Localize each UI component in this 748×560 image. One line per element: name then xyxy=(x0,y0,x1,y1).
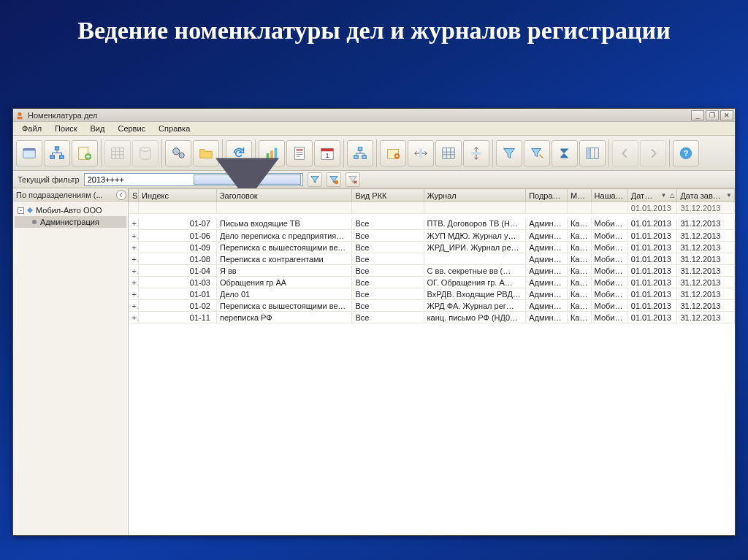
expand-icon[interactable]: + xyxy=(129,253,139,265)
menu-service[interactable]: Сервис xyxy=(112,123,151,134)
org-icon xyxy=(26,207,34,214)
menu-search[interactable]: Поиск xyxy=(49,123,83,134)
cell-our: Мобил… xyxy=(591,253,627,265)
table-row[interactable]: +01-08Переписка с контрагентамиВсеАдмини… xyxy=(129,253,735,265)
table-row[interactable]: +01-11переписка РФВсеканц. письмо РФ (НД… xyxy=(129,312,735,323)
cell-dept: Админист… xyxy=(526,265,568,277)
col-s[interactable]: S xyxy=(129,189,139,202)
toolbar: 1 ? xyxy=(13,136,735,171)
tool-calendar[interactable]: 1 xyxy=(314,140,340,166)
filter-settings-icon[interactable] xyxy=(327,172,341,187)
tool-columns[interactable] xyxy=(579,140,606,166)
tree-child-administration[interactable]: Администрация xyxy=(15,216,126,228)
col-index[interactable]: Индекс xyxy=(139,189,217,202)
tool-forward-disabled xyxy=(640,140,666,166)
cell-rkk: Все xyxy=(352,300,424,312)
filter-bar: Текущий фильтр 2013++++ xyxy=(13,171,735,188)
cell-dat: 01.01.2013 xyxy=(627,253,677,265)
tree-expander-icon[interactable]: - xyxy=(18,207,24,214)
col-journal[interactable]: Журнал xyxy=(424,189,526,202)
svg-rect-5 xyxy=(50,155,55,158)
svg-text:1: 1 xyxy=(325,151,329,158)
minimize-button[interactable]: _ xyxy=(691,110,704,120)
svg-rect-32 xyxy=(472,152,481,155)
tool-sum[interactable] xyxy=(552,140,578,166)
cell-me: Ка… xyxy=(567,230,591,242)
col-our[interactable]: Наша … xyxy=(591,189,627,202)
collapse-icon[interactable] xyxy=(116,190,126,200)
expand-icon[interactable]: + xyxy=(129,242,139,253)
tool-add[interactable] xyxy=(72,140,98,166)
dropdown-icon[interactable]: ▼ xyxy=(660,192,666,199)
menu-help[interactable]: Справка xyxy=(153,123,196,134)
tool-col-width[interactable] xyxy=(408,140,434,166)
cell-our: Мобил… xyxy=(591,312,627,323)
cell-journal: ВхРДВ. Входящие РВД… xyxy=(424,288,526,300)
tool-grid[interactable] xyxy=(435,140,462,166)
tool-find[interactable] xyxy=(165,140,191,166)
svg-rect-24 xyxy=(358,147,362,150)
close-button[interactable]: ✕ xyxy=(720,110,733,120)
data-grid[interactable]: S Индекс Заголовок Вид РКК Журнал Подраз… xyxy=(129,188,735,535)
svg-rect-34 xyxy=(587,147,591,158)
menu-file[interactable]: Файл xyxy=(16,123,47,134)
cell-journal: ЖРД_ИРИ. Журнал ре… xyxy=(424,242,526,253)
maximize-button[interactable]: ❐ xyxy=(706,110,719,120)
cell-me: Ка… xyxy=(567,288,591,300)
dept-icon xyxy=(31,218,38,226)
tool-settings[interactable] xyxy=(380,140,406,166)
cell-journal: ОГ. Обращения гр. А… xyxy=(424,277,526,288)
cell-our: Мобил… xyxy=(591,300,627,312)
tool-hierarchy[interactable] xyxy=(44,140,70,166)
cell-dept: Админист… xyxy=(526,242,568,253)
svg-point-37 xyxy=(335,180,338,183)
cell-journal: С вв. секретные вв (… xyxy=(424,265,526,277)
cell-end: 31.12.2013 xyxy=(677,265,735,277)
expand-icon[interactable]: + xyxy=(129,277,139,288)
expand-icon[interactable]: + xyxy=(129,265,139,277)
tool-filter-edit[interactable] xyxy=(524,140,550,166)
table-row[interactable]: +01-03Обращения гр ААВсеОГ. Обращения гр… xyxy=(129,277,735,288)
table-row[interactable]: +01-07Письма входящие ТВВсеПТВ. Договоро… xyxy=(129,218,735,230)
tree-root[interactable]: - Мобил-Авто ООО xyxy=(15,204,126,216)
cell-journal: канц. письмо РФ (НД0… xyxy=(424,312,526,323)
col-end[interactable]: Дата зав…▼ xyxy=(677,189,735,202)
titlebar[interactable]: Номенклатура дел _ ❐ ✕ xyxy=(13,109,735,122)
table-row[interactable]: +01-09Переписка с вышестоящими ведомс…Вс… xyxy=(129,242,735,253)
col-title[interactable]: Заголовок xyxy=(216,189,351,202)
dropdown-icon[interactable]: ▼ xyxy=(726,192,732,199)
table-row[interactable]: +01-01Дело 01ВсеВхРДВ. Входящие РВД…Адми… xyxy=(129,288,735,300)
cell-rkk: Все xyxy=(352,277,424,288)
tree: - Мобил-Авто ООО Администрация xyxy=(13,202,128,231)
col-dat[interactable]: Дат…△▼ xyxy=(627,189,677,202)
col-dept[interactable]: Подразде… xyxy=(526,189,568,202)
expand-icon[interactable]: + xyxy=(129,300,139,312)
expand-icon[interactable]: + xyxy=(129,218,139,230)
cell-dat: 01.01.2013 xyxy=(627,300,677,312)
filter-combo[interactable]: 2013++++ xyxy=(84,173,303,186)
tool-row-height[interactable] xyxy=(463,140,489,166)
expand-icon[interactable]: + xyxy=(129,288,139,300)
table-row[interactable]: +01-02Переписка с вышестоящими ведомс…Вс… xyxy=(129,300,735,312)
filter-clear-icon[interactable] xyxy=(346,172,360,187)
chevron-down-icon[interactable] xyxy=(194,174,301,185)
svg-point-0 xyxy=(18,112,21,115)
svg-rect-31 xyxy=(443,147,455,158)
tool-filter[interactable] xyxy=(496,140,522,166)
filter-apply-icon[interactable] xyxy=(308,172,322,187)
col-rkk[interactable]: Вид РКК xyxy=(352,189,424,202)
tool-org[interactable] xyxy=(347,140,373,166)
tool-new-window[interactable] xyxy=(16,140,42,166)
table-row[interactable]: +01-06Дело переписка с предприятиями М…В… xyxy=(129,230,735,242)
col-me[interactable]: Ме… xyxy=(567,189,591,202)
table-row[interactable]: +01-04Я ввВсеС вв. секретные вв (…Админи… xyxy=(129,265,735,277)
cell-rkk: Все xyxy=(352,312,424,323)
expand-icon[interactable]: + xyxy=(129,230,139,242)
cell-index: 01-04 xyxy=(139,265,217,277)
menu-view[interactable]: Вид xyxy=(85,123,111,134)
sidebar: По подразделениям (... - Мобил-Авто ООО … xyxy=(13,188,129,535)
cell-end: 31.12.2013 xyxy=(677,230,735,242)
tool-help[interactable]: ? xyxy=(673,140,699,166)
cell-end: 31.12.2013 xyxy=(677,300,735,312)
expand-icon[interactable]: + xyxy=(129,312,139,323)
